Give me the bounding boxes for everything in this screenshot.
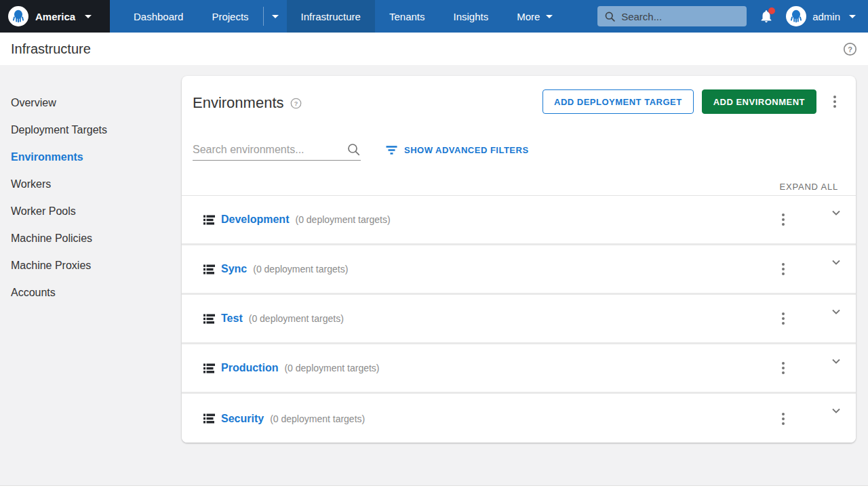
help-circle-icon[interactable]: ?: [290, 98, 302, 109]
nav-tabs: Dashboard Projects Infrastructure Tenant…: [119, 0, 567, 33]
add-environment-button[interactable]: ADD ENVIRONMENT: [702, 89, 816, 114]
environment-name[interactable]: Development: [221, 214, 289, 226]
chevron-down-icon[interactable]: [830, 207, 842, 219]
environment-row-development[interactable]: Development (0 deployment targets): [182, 196, 856, 245]
vertical-dots-icon: [833, 96, 836, 98]
filter-list-icon: [385, 145, 398, 155]
card-actions: ADD DEPLOYMENT TARGET ADD ENVIRONMENT: [542, 89, 840, 114]
environment-icon: [203, 264, 215, 274]
search-icon: [604, 11, 616, 22]
environments-search-input[interactable]: [193, 144, 347, 156]
chevron-down-icon: [272, 15, 279, 18]
filter-row: SHOW ADVANCED FILTERS: [193, 139, 529, 161]
environment-name[interactable]: Production: [221, 362, 278, 374]
environment-name[interactable]: Sync: [221, 263, 247, 275]
nav-tab-projects[interactable]: Projects: [197, 0, 262, 33]
nav-tab-dashboard[interactable]: Dashboard: [119, 0, 197, 33]
chevron-down-icon: [546, 15, 553, 18]
row-overflow-menu-button[interactable]: [778, 359, 788, 377]
environments-card: Environments ? ADD DEPLOYMENT TARGET ADD…: [182, 76, 856, 443]
chevron-down-icon[interactable]: [830, 405, 842, 417]
space-switcher[interactable]: America: [0, 0, 110, 33]
username-label: admin: [812, 11, 840, 22]
octopus-logo-icon: [8, 6, 28, 26]
svg-text:?: ?: [294, 100, 298, 107]
environments-search[interactable]: [193, 139, 361, 161]
environment-row-test[interactable]: Test (0 deployment targets): [182, 295, 856, 344]
row-overflow-menu-button[interactable]: [778, 260, 788, 278]
card-title: Environments: [193, 94, 284, 112]
sidebar-item-machine-policies[interactable]: Machine Policies: [11, 233, 167, 244]
page-title: Infrastructure: [11, 41, 91, 57]
show-advanced-filters-button[interactable]: SHOW ADVANCED FILTERS: [385, 145, 529, 155]
sidebar-item-worker-pools[interactable]: Worker Pools: [11, 206, 167, 217]
sidebar-item-deployment-targets[interactable]: Deployment Targets: [11, 125, 167, 136]
sidebar-item-accounts[interactable]: Accounts: [11, 287, 167, 298]
search-icon: [347, 142, 361, 157]
nav-right-section: admin: [597, 0, 868, 33]
global-search[interactable]: [597, 6, 747, 26]
show-advanced-filters-label: SHOW ADVANCED FILTERS: [404, 145, 529, 155]
environment-icon: [203, 363, 215, 373]
environment-target-count: (0 deployment targets): [249, 313, 344, 324]
sidebar-item-environments[interactable]: Environments: [11, 152, 167, 163]
environment-row-security[interactable]: Security (0 deployment targets): [182, 394, 856, 443]
environment-name[interactable]: Test: [221, 312, 243, 325]
top-navigation: America Dashboard Projects Infrastructur…: [0, 0, 868, 33]
card-title-row: Environments ?: [193, 94, 302, 112]
sidebar-item-overview[interactable]: Overview: [11, 98, 167, 108]
nav-tab-more-label: More: [517, 11, 540, 22]
environment-target-count: (0 deployment targets): [284, 363, 379, 373]
environment-target-count: (0 deployment targets): [295, 214, 390, 225]
nav-tab-more[interactable]: More: [502, 0, 567, 33]
help-button[interactable]: ?: [843, 42, 857, 56]
nav-tab-infrastructure[interactable]: Infrastructure: [287, 0, 375, 33]
expand-all-button[interactable]: EXPAND ALL: [779, 182, 838, 192]
notification-badge: [768, 7, 775, 14]
projects-dropdown-button[interactable]: [263, 7, 287, 26]
help-circle-icon: ?: [843, 42, 857, 56]
page-header: Infrastructure ?: [0, 33, 868, 65]
environment-target-count: (0 deployment targets): [253, 264, 348, 274]
chevron-down-icon[interactable]: [830, 306, 842, 318]
environment-name[interactable]: Security: [221, 413, 264, 425]
environment-row-sync[interactable]: Sync (0 deployment targets): [182, 245, 856, 295]
global-search-input[interactable]: [621, 11, 740, 22]
user-avatar: [786, 6, 806, 26]
environment-icon: [203, 413, 215, 424]
environments-list: Development (0 deployment targets) Sync …: [182, 195, 856, 443]
svg-text:?: ?: [848, 45, 852, 54]
chevron-down-icon[interactable]: [830, 256, 842, 268]
row-overflow-menu-button[interactable]: [778, 211, 788, 228]
sidebar-item-workers[interactable]: Workers: [11, 179, 167, 190]
notifications-button[interactable]: [759, 9, 774, 24]
environment-row-production[interactable]: Production (0 deployment targets): [182, 344, 856, 394]
card-overflow-menu-button[interactable]: [830, 93, 840, 110]
add-deployment-target-button[interactable]: ADD DEPLOYMENT TARGET: [542, 89, 694, 114]
row-overflow-menu-button[interactable]: [778, 410, 788, 428]
environment-icon: [203, 215, 215, 225]
environment-icon: [203, 314, 215, 324]
chevron-down-icon[interactable]: [830, 355, 842, 367]
user-menu[interactable]: admin: [786, 6, 856, 26]
sidebar-item-machine-proxies[interactable]: Machine Proxies: [11, 260, 167, 271]
infrastructure-sidebar: Overview Deployment Targets Environments…: [11, 98, 167, 314]
nav-tab-tenants[interactable]: Tenants: [375, 0, 439, 33]
space-name: America: [35, 11, 75, 22]
row-overflow-menu-button[interactable]: [778, 310, 788, 327]
nav-tab-insights[interactable]: Insights: [439, 0, 503, 33]
chevron-down-icon: [85, 15, 92, 18]
chevron-down-icon: [849, 15, 856, 18]
environment-target-count: (0 deployment targets): [270, 413, 365, 424]
content-area: Overview Deployment Targets Environments…: [0, 65, 868, 486]
